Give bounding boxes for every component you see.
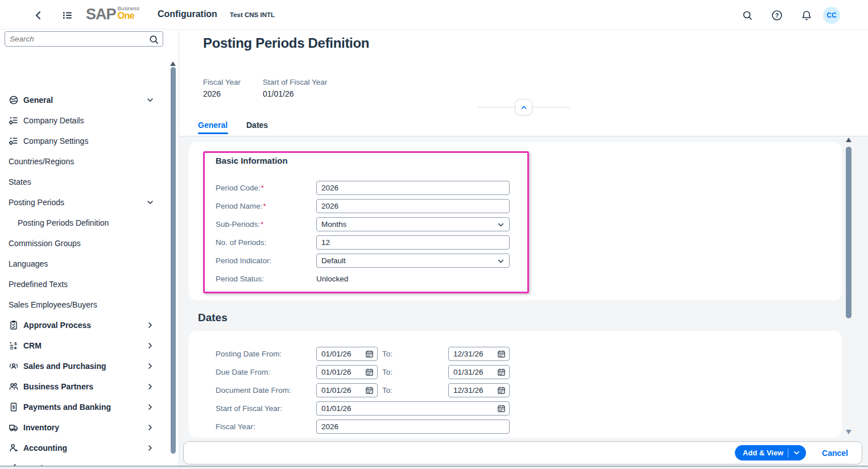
chevron-right-icon[interactable] xyxy=(146,321,155,330)
sidebar-item-predefined-texts[interactable]: Predefined Texts xyxy=(0,274,168,294)
sidebar-item-countries-regions[interactable]: Countries/Regions xyxy=(0,151,168,172)
top-header: SAP Business One Configuration Test CNS … xyxy=(0,0,868,30)
due-date-from-input[interactable] xyxy=(317,368,365,376)
sidebar-scroll-up-icon[interactable] xyxy=(170,61,176,66)
period-name-input[interactable] xyxy=(316,199,510,213)
sidebar-item-general[interactable]: General xyxy=(0,90,168,110)
help-icon[interactable]: ? xyxy=(771,10,783,21)
fiscal-year-input[interactable] xyxy=(316,420,510,434)
basic-information-card: Basic Information Period Code:* Period N… xyxy=(189,142,842,300)
posting-date-to-field[interactable] xyxy=(448,347,510,361)
chevron-right-icon[interactable] xyxy=(146,362,155,371)
footer-action-bar: Add & View Cancel xyxy=(183,441,862,464)
sidebar-item-commission-groups[interactable]: Commission Groups xyxy=(0,233,168,254)
chevron-down-icon[interactable] xyxy=(146,96,155,105)
search-icon[interactable] xyxy=(148,34,159,45)
tab-content-area: Basic Information Period Code:* Period N… xyxy=(179,136,868,466)
due-date-to-field[interactable] xyxy=(448,365,510,379)
calendar-icon[interactable] xyxy=(497,350,506,358)
start-fiscal-year-input[interactable] xyxy=(317,404,497,413)
posting-date-from-input[interactable] xyxy=(317,350,365,358)
calendar-icon[interactable] xyxy=(497,386,506,395)
sidebar-item-company-details[interactable]: Company Details xyxy=(0,110,168,131)
sidebar-item-states[interactable]: States xyxy=(0,172,168,192)
due-date-to-label: To: xyxy=(382,368,392,376)
sub-periods-select[interactable]: Months xyxy=(316,217,510,231)
content-scrollbar-thumb[interactable] xyxy=(846,147,852,318)
calendar-icon[interactable] xyxy=(365,350,374,358)
add-and-view-button[interactable]: Add & View xyxy=(735,445,806,460)
start-fiscal-year-field[interactable] xyxy=(316,401,510,416)
chevron-right-icon[interactable] xyxy=(146,382,155,391)
sidebar-item-sales-employees-buyers[interactable]: Sales Employees/Buyers xyxy=(0,294,168,315)
sidebar-item-posting-periods-definition[interactable]: Posting Periods Definition xyxy=(0,213,168,233)
document-date-to-label: To: xyxy=(382,386,392,395)
inventory-truck-icon xyxy=(9,422,19,433)
sidebar-item-approval-process[interactable]: Approval Process xyxy=(0,315,168,335)
user-avatar[interactable]: CC xyxy=(823,7,840,24)
content-scroll-up-icon[interactable] xyxy=(846,138,852,142)
calendar-icon[interactable] xyxy=(497,404,506,413)
svg-text:?: ? xyxy=(775,12,779,19)
due-date-to-input[interactable] xyxy=(449,368,497,376)
sidebar-item-label: Payments and Banking xyxy=(23,402,111,412)
sidebar-scrollbar-thumb[interactable] xyxy=(171,67,176,454)
back-icon[interactable] xyxy=(33,10,44,21)
sidebar-item-languages[interactable]: Languages xyxy=(0,254,168,274)
menu-list-icon[interactable] xyxy=(61,10,73,21)
tab-dates[interactable]: Dates xyxy=(246,121,268,130)
sap-business-one-logo: SAP Business One xyxy=(86,6,139,23)
logo-one-text: One xyxy=(118,11,140,20)
sidebar-item-posting-periods[interactable]: Posting Periods xyxy=(0,192,168,213)
required-marker: * xyxy=(261,220,263,229)
sidebar-item-label: Accounting xyxy=(23,443,67,453)
start-of-fiscal-year-value: 01/01/26 xyxy=(263,89,294,98)
period-indicator-select[interactable]: Default xyxy=(316,254,510,268)
chevron-down-icon[interactable] xyxy=(793,449,800,456)
posting-date-to-input[interactable] xyxy=(449,350,497,358)
sidebar-item-label: Languages xyxy=(9,259,48,268)
sidebar-item-business-partners[interactable]: Business Partners xyxy=(0,376,168,397)
calendar-icon[interactable] xyxy=(365,386,374,395)
sidebar-item-payments-and-banking[interactable]: $ Payments and Banking xyxy=(0,397,168,417)
sidebar-item-sales-and-purchasing[interactable]: Sales and Purchasing xyxy=(0,356,168,376)
chevron-right-icon[interactable] xyxy=(146,423,155,432)
chevron-right-icon[interactable] xyxy=(146,402,155,412)
sidebar-search-input[interactable] xyxy=(10,32,140,45)
sidebar-item-company-settings[interactable]: Company Settings xyxy=(0,131,168,151)
period-code-input[interactable] xyxy=(316,181,510,195)
collapse-header-button[interactable] xyxy=(515,99,532,115)
chevron-up-icon xyxy=(520,103,528,111)
document-date-from-field[interactable] xyxy=(316,383,378,397)
notifications-bell-icon[interactable] xyxy=(801,10,812,21)
sidebar-item-label: Posting Periods Definition xyxy=(18,218,109,227)
period-name-label: Period Name:* xyxy=(216,202,266,210)
approval-clipboard-icon xyxy=(9,320,19,330)
no-of-periods-input[interactable] xyxy=(316,235,510,250)
fiscal-year-field-label: Fiscal Year: xyxy=(216,422,255,431)
chevron-right-icon[interactable] xyxy=(146,443,155,453)
sidebar-item-crm[interactable]: $ CRM xyxy=(0,335,168,356)
posting-date-from-field[interactable] xyxy=(316,347,378,361)
sidebar-item-label: CRM xyxy=(23,341,42,350)
chevron-down-icon[interactable] xyxy=(146,198,155,207)
sidebar-item-accounting[interactable]: Accounting xyxy=(0,438,168,458)
calendar-icon[interactable] xyxy=(497,368,506,376)
sidebar-item-inventory[interactable]: Inventory xyxy=(0,417,168,438)
period-status-value: Unlocked xyxy=(316,275,348,283)
calendar-icon[interactable] xyxy=(365,368,374,376)
document-date-from-input[interactable] xyxy=(317,386,365,395)
chevron-right-icon[interactable] xyxy=(146,341,155,350)
tab-general[interactable]: General xyxy=(198,121,228,130)
document-date-to-input[interactable] xyxy=(449,386,497,395)
content-scroll-down-icon[interactable] xyxy=(846,430,852,434)
window-bottom-pad xyxy=(0,467,868,469)
due-date-from-field[interactable] xyxy=(316,365,378,379)
document-date-to-field[interactable] xyxy=(448,383,510,397)
sidebar-item-label: General xyxy=(23,96,53,105)
cancel-button[interactable]: Cancel xyxy=(822,449,848,458)
button-divider xyxy=(788,449,788,458)
search-icon[interactable] xyxy=(742,10,753,21)
posting-date-to-label: To: xyxy=(382,350,392,358)
sidebar-item-label: Sales Employees/Buyers xyxy=(9,300,97,309)
